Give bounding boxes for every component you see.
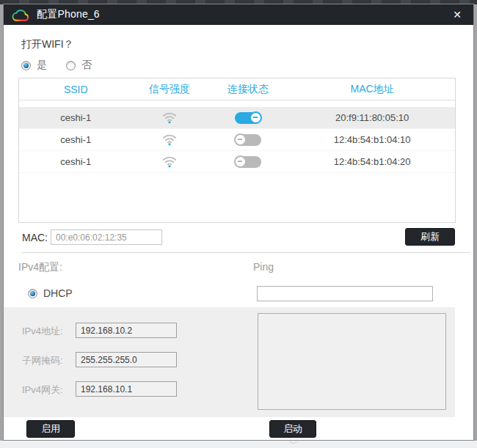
mac-label: MAC: xyxy=(22,232,48,243)
ping-section-label: Ping xyxy=(253,261,274,273)
wifi-radio-group: 是 否 xyxy=(21,59,105,72)
signal-cell xyxy=(132,133,206,146)
connection-toggle[interactable] xyxy=(235,156,261,168)
enable-button[interactable]: 启用 xyxy=(26,420,75,438)
status-cell xyxy=(206,134,289,146)
table-row[interactable]: ceshi-1 12: xyxy=(19,129,455,151)
mac-cell: 12:4b:54:b1:04:20 xyxy=(289,156,455,167)
mac-input[interactable] xyxy=(51,229,162,245)
section-divider xyxy=(21,252,470,253)
toggle-knob-icon xyxy=(250,111,262,124)
status-cell xyxy=(206,112,289,124)
chevron-down-icon: ﹀ xyxy=(288,440,299,447)
radio-yes-label: 是 xyxy=(37,59,47,72)
ssid-cell: ceshi-1 xyxy=(19,134,132,145)
toggle-knob-icon xyxy=(234,133,247,146)
config-dialog: 配置Phone_6 ✕ 打开WIFI？ 是 否 SSID 信号强度 连接状态 M… xyxy=(3,4,474,441)
table-body: ceshi-1 20: xyxy=(19,107,455,173)
ssid-cell: ceshi-1 xyxy=(19,156,132,167)
subnet-mask-input[interactable] xyxy=(76,352,177,367)
radio-no[interactable] xyxy=(66,61,76,70)
ipv4-fields-panel: IPv4地址: 子网掩码: IPv4网关: xyxy=(4,307,455,417)
table-row[interactable]: ceshi-1 12: xyxy=(19,151,455,173)
connection-toggle[interactable] xyxy=(235,134,261,146)
ping-output-box[interactable] xyxy=(258,313,446,410)
radio-dhcp[interactable] xyxy=(28,289,37,298)
title-bar[interactable]: 配置Phone_6 ✕ xyxy=(4,4,473,25)
ping-input[interactable] xyxy=(257,286,433,301)
ipv4-address-label: IPv4地址: xyxy=(22,325,63,338)
start-button[interactable]: 启动 xyxy=(269,420,316,438)
wifi-signal-icon xyxy=(161,111,178,124)
header-mac: MAC地址 xyxy=(289,83,455,96)
header-ssid: SSID xyxy=(19,84,132,95)
wifi-question-label: 打开WIFI？ xyxy=(21,38,74,51)
table-row[interactable]: ceshi-1 20: xyxy=(19,107,455,129)
toggle-knob-icon xyxy=(234,155,247,168)
signal-cell xyxy=(132,111,206,124)
dhcp-radio-row: DHCP xyxy=(28,287,73,299)
mac-cell: 20:f9:11:80:05:10 xyxy=(289,112,455,123)
ipv4-gateway-input[interactable] xyxy=(76,381,177,397)
ipv4-section-label: IPv4配置: xyxy=(18,261,62,274)
wifi-network-table: SSID 信号强度 连接状态 MAC地址 ceshi-1 xyxy=(18,78,456,223)
refresh-button[interactable]: 刷新 xyxy=(405,228,455,246)
cloud-logo-icon xyxy=(11,8,30,22)
radio-yes[interactable] xyxy=(21,61,31,70)
wifi-signal-icon xyxy=(161,155,178,168)
signal-cell xyxy=(132,155,206,168)
background-bottom-sliver xyxy=(0,441,477,448)
mac-cell: 12:4b:54:b1:04:10 xyxy=(289,134,455,145)
close-icon[interactable]: ✕ xyxy=(450,7,465,22)
connection-toggle[interactable] xyxy=(235,112,261,124)
wifi-signal-icon xyxy=(161,133,178,146)
radio-no-label: 否 xyxy=(81,59,92,72)
subnet-mask-label: 子网掩码: xyxy=(22,354,63,367)
status-cell xyxy=(206,156,289,168)
dialog-title: 配置Phone_6 xyxy=(37,8,100,21)
header-status: 连接状态 xyxy=(206,83,289,96)
dhcp-label: DHCP xyxy=(43,287,73,299)
dialog-body: 打开WIFI？ 是 否 SSID 信号强度 连接状态 MAC地址 ceshi-1 xyxy=(4,25,473,440)
background-right-sliver xyxy=(474,4,477,441)
header-signal: 信号强度 xyxy=(132,83,206,96)
table-header-row: SSID 信号强度 连接状态 MAC地址 xyxy=(19,78,455,100)
ipv4-gateway-label: IPv4网关: xyxy=(22,383,63,397)
ssid-cell: ceshi-1 xyxy=(19,112,132,123)
ipv4-address-input[interactable] xyxy=(76,323,177,338)
table-spacer xyxy=(19,100,455,107)
